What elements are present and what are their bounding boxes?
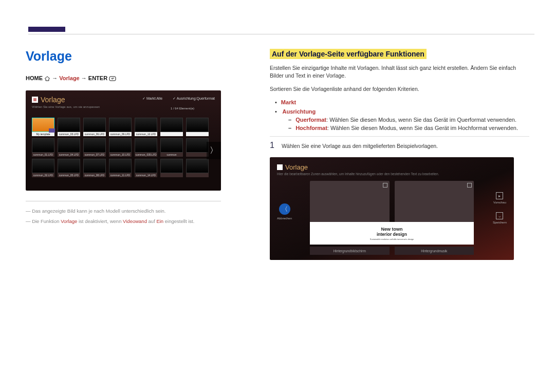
sc1-title-text: Vorlage — [41, 96, 65, 104]
bg-screen-button[interactable]: Hintergrundbildschirm — [310, 247, 390, 255]
section-marker — [28, 27, 65, 32]
template-thumbnail[interactable]: common_10.LFD — [109, 138, 132, 157]
back-control[interactable]: 〈 Abbrechen — [277, 203, 292, 220]
template-thumbnail[interactable] — [160, 159, 183, 177]
template-thumbnail[interactable]: common — [160, 138, 183, 157]
nav-path: HOME → Vorlage → ENTER — [26, 75, 221, 81]
home-icon — [44, 76, 50, 81]
fn2-b: Vorlage — [61, 218, 77, 224]
criteria-market: Markt — [275, 99, 529, 105]
preview-label: Vorschau — [493, 201, 506, 204]
criteria-orientation-label: Ausrichtung — [283, 108, 316, 115]
back-icon[interactable]: 〈 — [279, 203, 290, 215]
fn2-g: eingestellt ist. — [163, 218, 194, 224]
thumbnail-grid: My templatecommon_03.LFDcommon_06.LFDcom… — [32, 118, 215, 177]
orientation-landscape: Querformat: Wählen Sie diesen Modus, wen… — [288, 117, 529, 123]
template-thumbnail[interactable]: common_06.LFD — [83, 118, 106, 136]
portrait-txt: : Wählen Sie diesen Modus, wenn Sie das … — [327, 125, 518, 131]
bottom-buttons: Hintergrundbildschirm Hintergrundmusik — [310, 247, 474, 255]
footnote-2: Die Funktion Vorlage ist deaktiviert, we… — [26, 218, 221, 225]
template-thumbnail[interactable] — [186, 138, 209, 157]
path-enter: ENTER — [88, 75, 107, 81]
arrow-sep: → — [52, 75, 58, 81]
page-title: Vorlage — [26, 49, 221, 64]
fn2-e: auf — [147, 218, 157, 224]
sort-paragraph: Sortieren Sie die Vorlagenliste anhand d… — [270, 85, 529, 93]
template-icon — [32, 97, 38, 103]
filter-orientation[interactable]: Ausrichtung:Querformat — [173, 97, 215, 101]
sc2-title: Vorlage — [277, 163, 507, 171]
sc1-filter-tabs: Markt:Alle Ausrichtung:Querformat — [142, 97, 215, 101]
left-column: Vorlage HOME → Vorlage → ENTER Vorlage W… — [26, 49, 221, 260]
template-thumbnail[interactable]: common_08.LFD — [83, 159, 106, 177]
caption-line2: interior design — [377, 232, 407, 237]
item-counter: 1 / 64 Element(e) — [171, 107, 194, 110]
top-rule — [28, 34, 534, 34]
preview-icon[interactable]: ▸ — [496, 192, 503, 199]
template-thumbnail[interactable]: common_04.LFD — [58, 138, 80, 157]
right-actions: ▸ Vorschau ⌵ Speichern — [493, 192, 507, 224]
caption-line3: Sustainable evolution unfolds tomorrow's… — [370, 238, 414, 240]
step-number: 1 — [270, 141, 274, 150]
template-thumbnail[interactable]: My template — [32, 118, 54, 136]
intro-paragraph: Erstellen Sie einzigartige Inhalte mit V… — [270, 64, 529, 79]
template-thumbnail[interactable] — [186, 159, 209, 177]
template-thumbnail[interactable]: common_02.LFD — [32, 159, 54, 177]
arrow-sep-2: → — [81, 75, 87, 81]
template-thumbnail[interactable]: common_035.LFD — [135, 138, 157, 157]
step-text: Wählen Sie eine Vorlage aus den mitgelie… — [282, 141, 438, 150]
expand-icon[interactable] — [467, 183, 472, 188]
enter-icon — [109, 76, 116, 81]
template-thumbnail[interactable]: common_03.LFD — [58, 118, 80, 136]
step-1: 1 Wählen Sie eine Vorlage aus den mitgel… — [270, 136, 529, 150]
right-column: Auf der Vorlage-Seite verfügbare Funktio… — [270, 49, 529, 260]
template-thumbnail[interactable] — [160, 118, 183, 136]
bg-music-button[interactable]: Hintergrundmusik — [395, 247, 474, 255]
path-home: HOME — [26, 75, 43, 81]
criteria-list: Markt Ausrichtung Querformat: Wählen Sie… — [275, 99, 529, 131]
portrait-em: Hochformat — [295, 125, 327, 131]
section-heading: Auf der Vorlage-Seite verfügbare Funktio… — [270, 49, 427, 59]
orientation-portrait: Hochformat: Wählen Sie diesen Modus, wen… — [288, 125, 529, 131]
fn2-c: ist deaktiviert, wenn — [77, 218, 123, 224]
landscape-em: Querformat — [295, 117, 326, 123]
template-thumbnail[interactable] — [186, 118, 209, 136]
fn2-f: Ein — [156, 218, 163, 224]
landscape-txt: : Wählen Sie diesen Modus, wenn Sie das … — [326, 117, 516, 123]
criteria-orientation: Ausrichtung Querformat: Wählen Sie diese… — [275, 108, 529, 131]
fn2-a: Die Funktion — [32, 218, 61, 224]
save-label: Speichern — [493, 221, 507, 224]
save-icon[interactable]: ⌵ — [496, 212, 503, 219]
divider — [26, 201, 221, 201]
template-thumbnail[interactable]: common_14.LFD — [135, 159, 157, 177]
template-thumbnail[interactable]: common_07.LFD — [83, 138, 106, 157]
template-thumbnail[interactable]: common_05.LFD — [58, 159, 80, 177]
path-template: Vorlage — [59, 75, 80, 81]
template-thumbnail[interactable]: common_09.LFD — [109, 118, 132, 136]
template-grid-screenshot: Vorlage Wählen Sie eine Vorlage aus, um … — [26, 90, 221, 191]
sc2-subtitle: Hier die bearbeitbaren Zonen auswählen, … — [277, 172, 507, 176]
filter-market[interactable]: Markt:Alle — [142, 97, 162, 101]
expand-icon[interactable] — [383, 183, 387, 188]
template-thumbnail[interactable]: common_01.LFD — [32, 138, 54, 157]
caption-box[interactable]: New town interior design Sustainable evo… — [310, 222, 474, 245]
back-label: Abbrechen — [277, 217, 292, 220]
template-icon — [277, 164, 283, 170]
caption-line1: New town — [381, 227, 403, 232]
template-editor-screenshot: Vorlage Hier die bearbeitbaren Zonen aus… — [270, 157, 514, 260]
fn2-d: Videowand — [123, 218, 147, 224]
template-thumbnail[interactable]: common_11.LFD — [109, 159, 132, 177]
footnote-1: Das angezeigte Bild kann je nach Modell … — [26, 208, 221, 215]
next-page-arrow[interactable]: 〉 — [207, 142, 221, 159]
template-thumbnail[interactable]: common_12.LFD — [135, 118, 157, 136]
sc2-title-text: Vorlage — [285, 163, 308, 171]
